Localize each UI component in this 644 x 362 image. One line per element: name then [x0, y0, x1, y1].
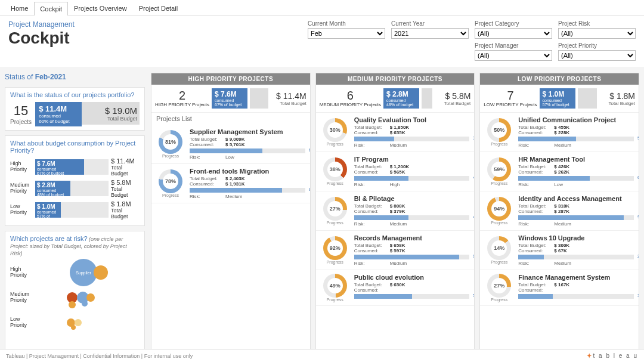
project-item[interactable]: 30% Progress Quality Evaluation Tool Tot…	[316, 113, 475, 152]
progress-bar: 91%	[518, 215, 634, 220]
progress-bar: 80%	[190, 188, 305, 193]
content: Status of Feb-2021 What is the status of…	[0, 67, 644, 362]
footer-text: Tableau | Project Management | Confident…	[6, 353, 193, 359]
project-item[interactable]: 49% Progress Public cloud evolution Tota…	[316, 270, 475, 306]
column-header: HIGH PRIORITY PROJECTS	[151, 73, 310, 85]
tab-home[interactable]: Home	[5, 1, 34, 15]
filter-label-category: Project Category	[475, 20, 552, 27]
budget-row: High Priority $ 7.6Mconsumed67% of budge…	[10, 157, 140, 177]
budget-bar: $ 19.0M Total Budget	[82, 102, 140, 125]
filter-label-risk: Project Risk	[558, 20, 636, 27]
progress-donut: 50%	[487, 118, 511, 142]
bubble[interactable]	[69, 301, 76, 308]
priority-column: LOW PRIORITY PROJECTS 7LOW PRIORITY Proj…	[479, 73, 639, 362]
project-name: Finance Management System	[518, 274, 634, 281]
budget-row: Low Priority $ 1.0Mconsumed57% of budget…	[10, 200, 140, 219]
filter-category[interactable]: (All)	[475, 28, 552, 39]
progress-bar: 22%	[518, 255, 634, 259]
project-item[interactable]: 78% Progress Front-end tools Migration T…	[151, 164, 310, 203]
progress-donut: 94%	[487, 197, 511, 221]
filter-label-manager: Project Manager	[475, 42, 552, 49]
bubble[interactable]	[82, 301, 88, 307]
filter-risk[interactable]: (All)	[558, 28, 636, 39]
project-item[interactable]: 92% Progress Records Management Total Bu…	[316, 231, 475, 270]
column-header: MEDIUM PRIORITY PROJECTS	[316, 73, 475, 85]
priority-columns: HIGH PRIORITY PROJECTS 2HIGH PRIORITY Pr…	[151, 73, 639, 362]
risk-question: Which projects are at risk? (one circle …	[10, 235, 140, 256]
project-name: Unified Communication Project	[518, 116, 634, 123]
budget-panel: What about budget consumption by Project…	[5, 135, 145, 226]
progress-donut: 59%	[487, 157, 511, 181]
page-title: Cockpit	[8, 29, 75, 48]
project-name: Windows 10 Upgrade	[518, 234, 634, 242]
bubble-chart[interactable]: High PrioritySupplierMedium PriorityLow …	[10, 260, 140, 338]
project-item[interactable]: 81% Progress Supplier Management System …	[151, 125, 310, 164]
tableau-logo: ✦ t a b l e a u	[587, 352, 638, 359]
project-item[interactable]: 14% Progress Windows 10 Upgrade Total Bu…	[480, 231, 639, 270]
project-name: Quality Evaluation Tool	[354, 116, 470, 123]
priority-column: HIGH PRIORITY PROJECTS 2HIGH PRIORITY Pr…	[151, 73, 311, 362]
portfolio-panel: What is the status of our projects portf…	[5, 87, 145, 131]
tab-cockpit[interactable]: Cockpit	[34, 2, 68, 16]
project-item[interactable]: 27% Progress BI & Pilotage Total Budget:…	[316, 191, 475, 231]
tab-bar: HomeCockpitProjects OverviewProject Deta…	[0, 0, 644, 16]
bubble[interactable]	[86, 293, 95, 302]
tab-project-detail[interactable]: Project Detail	[133, 1, 184, 15]
project-item[interactable]: 38% Progress IT Program Total Budget:$ 1…	[316, 152, 475, 191]
header: Project Management Cockpit Current Month…	[0, 16, 644, 67]
status-line: Status of Feb-2021	[5, 73, 145, 81]
progress-donut: 27%	[487, 274, 511, 298]
progress-bar: 47%	[354, 176, 470, 181]
project-item[interactable]: 50% Progress Unified Communication Proje…	[480, 113, 639, 152]
consumed-block: $ 11.4M consumed 60% of budget	[35, 102, 82, 126]
progress-donut: 92%	[323, 236, 347, 260]
bubble[interactable]	[71, 325, 76, 330]
project-name: IT Program	[354, 156, 470, 163]
progress-donut: 78%	[159, 169, 182, 193]
progress-donut: 38%	[323, 157, 347, 181]
project-name: Supplier Management System	[190, 128, 305, 135]
project-item[interactable]: 59% Progress HR Management Tool Total Bu…	[480, 152, 639, 191]
progress-donut: 81%	[159, 130, 182, 154]
project-name: Records Management	[354, 234, 470, 242]
page-subtitle: Project Management	[8, 20, 75, 29]
filter-label-year: Current Year	[391, 20, 469, 27]
risk-panel: Which projects are at risk? (one circle …	[5, 231, 145, 362]
progress-bar: 63%	[190, 148, 305, 153]
progress-donut: 49%	[323, 274, 347, 298]
progress-donut: 14%	[487, 236, 511, 260]
project-item[interactable]: 27% Progress Finance Management System T…	[480, 270, 639, 306]
project-name: Public cloud evolution	[354, 274, 470, 281]
progress-bar: 47%	[354, 215, 470, 220]
bubble[interactable]	[75, 319, 82, 326]
progress-bar: 35%	[354, 137, 470, 141]
progress-donut: 30%	[323, 118, 347, 142]
progress-bar: 50%	[354, 294, 470, 299]
plus-icon: ✦	[587, 352, 592, 359]
filter-month[interactable]: Feb	[308, 28, 385, 39]
project-name: Front-end tools Migration	[190, 168, 305, 175]
filter-year[interactable]: 2021	[391, 28, 469, 39]
filter-priority[interactable]: (All)	[558, 50, 636, 61]
budget-row: Medium Priority $ 2.8Mconsumed48% of bud…	[10, 179, 140, 198]
tab-projects-overview[interactable]: Projects Overview	[68, 1, 133, 15]
progress-bar: 91%	[354, 255, 470, 259]
progress-bar: 30%	[518, 294, 634, 299]
progress-donut: 27%	[323, 197, 347, 221]
progress-bar: 62%	[518, 176, 634, 181]
progress-bar: 50%	[518, 137, 634, 141]
filter-label-month: Current Month	[308, 20, 385, 27]
budget-question: What about budget consumption by Project…	[10, 140, 140, 154]
footer: Tableau | Project Management | Confident…	[0, 349, 644, 362]
project-name: HR Management Tool	[518, 156, 634, 163]
filter-grid: Current MonthFebCurrent Year2021Project …	[308, 20, 636, 61]
project-name: Identity and Access Management	[518, 195, 634, 202]
bubble[interactable]	[94, 265, 108, 280]
title-block: Project Management Cockpit	[8, 20, 75, 61]
portfolio-question: What is the status of our projects portf…	[10, 91, 140, 98]
projects-list-title: Projects List	[151, 113, 310, 125]
project-name: BI & Pilotage	[354, 195, 470, 202]
project-count: 15 Projects	[10, 103, 32, 125]
project-item[interactable]: 94% Progress Identity and Access Managem…	[480, 191, 639, 231]
filter-manager[interactable]: (All)	[475, 50, 552, 61]
